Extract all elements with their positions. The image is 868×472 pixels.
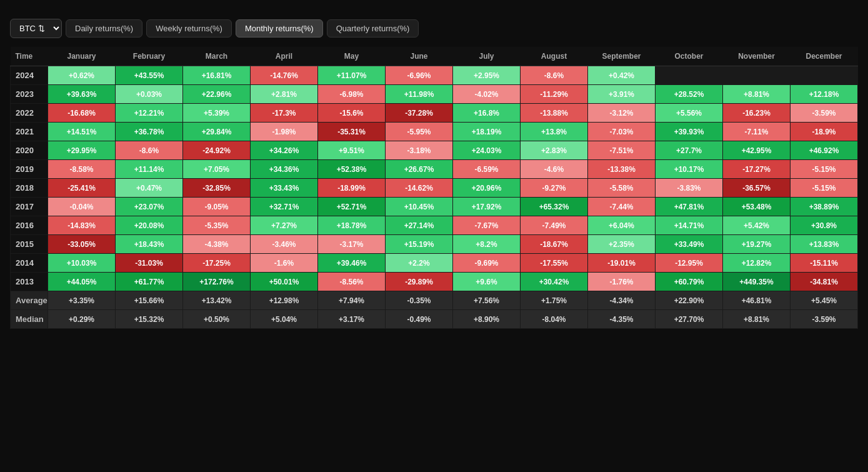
value-cell: +5.39% <box>183 104 251 123</box>
value-cell: -3.12% <box>588 104 656 123</box>
value-cell: +10.03% <box>48 254 116 273</box>
value-cell: +26.67% <box>386 160 453 179</box>
year-cell: 2024 <box>11 66 48 85</box>
value-cell: -32.85% <box>183 179 251 198</box>
median-cell: +15.32% <box>116 310 183 329</box>
value-cell: +5.56% <box>656 104 723 123</box>
value-cell: +39.46% <box>318 254 386 273</box>
year-cell: 2023 <box>11 85 48 104</box>
value-cell: +2.35% <box>588 235 656 254</box>
value-cell: +18.43% <box>116 235 183 254</box>
value-cell: -8.6% <box>521 66 588 85</box>
year-cell: 2013 <box>11 273 48 291</box>
value-cell: -7.67% <box>453 216 521 235</box>
value-cell: -8.6% <box>116 141 183 160</box>
value-cell: +7.05% <box>183 160 251 179</box>
value-cell: +33.49% <box>656 235 723 254</box>
value-cell: -25.41% <box>48 179 116 198</box>
value-cell: -3.83% <box>656 179 723 198</box>
tab-daily[interactable]: Daily returns(%) <box>66 19 142 38</box>
value-cell: -6.96% <box>386 66 453 85</box>
value-cell: +0.42% <box>588 66 656 85</box>
value-cell: -19.01% <box>588 254 656 273</box>
value-cell: -14.76% <box>251 66 318 85</box>
value-cell: +24.03% <box>453 141 521 160</box>
year-cell: 2015 <box>11 235 48 254</box>
value-cell: -1.76% <box>588 273 656 291</box>
average-cell: +5.45% <box>791 291 858 310</box>
value-cell: -8.58% <box>48 160 116 179</box>
value-cell: -17.55% <box>521 254 588 273</box>
year-cell: 2017 <box>11 198 48 216</box>
average-cell: +15.66% <box>116 291 183 310</box>
value-cell: -1.98% <box>251 123 318 141</box>
value-cell: -1.6% <box>251 254 318 273</box>
value-cell: -4.6% <box>521 160 588 179</box>
value-cell: +20.08% <box>116 216 183 235</box>
median-row: Median+0.29%+15.32%+0.50%+5.04%+3.17%-0.… <box>11 310 858 329</box>
year-cell: 2019 <box>11 160 48 179</box>
value-cell: -9.69% <box>453 254 521 273</box>
value-cell: +0.03% <box>116 85 183 104</box>
table-row: 2017-0.04%+23.07%-9.05%+32.71%+52.71%+10… <box>11 198 858 216</box>
value-cell: +60.79% <box>656 273 723 291</box>
value-cell: -3.18% <box>386 141 453 160</box>
value-cell: -13.38% <box>588 160 656 179</box>
value-cell: +7.27% <box>251 216 318 235</box>
col-time: Time <box>11 47 48 66</box>
value-cell: +39.93% <box>656 123 723 141</box>
table-row: 2013+44.05%+61.77%+172.76%+50.01%-8.56%-… <box>11 273 858 291</box>
value-cell: -17.25% <box>183 254 251 273</box>
median-cell: +3.17% <box>318 310 386 329</box>
value-cell: +19.27% <box>723 235 791 254</box>
value-cell: -37.28% <box>386 104 453 123</box>
median-cell: +0.29% <box>48 310 116 329</box>
value-cell: +0.62% <box>48 66 116 85</box>
table-row: 2016-14.83%+20.08%-5.35%+7.27%+18.78%+27… <box>11 216 858 235</box>
table-row: 2015-33.05%+18.43%-4.38%-3.46%-3.17%+15.… <box>11 235 858 254</box>
value-cell: -15.6% <box>318 104 386 123</box>
median-cell: -4.35% <box>588 310 656 329</box>
value-cell: +29.84% <box>183 123 251 141</box>
tab-monthly[interactable]: Monthly returns(%) <box>236 19 323 38</box>
value-cell: +11.14% <box>116 160 183 179</box>
tab-weekly[interactable]: Weekly returns(%) <box>146 19 232 38</box>
value-cell: -17.27% <box>723 160 791 179</box>
year-cell: 2021 <box>11 123 48 141</box>
value-cell: +47.81% <box>656 198 723 216</box>
value-cell: -29.89% <box>386 273 453 291</box>
table-row: 2020+29.95%-8.6%-24.92%+34.26%+9.51%-3.1… <box>11 141 858 160</box>
col-feb: February <box>116 47 183 66</box>
value-cell: +0.47% <box>116 179 183 198</box>
table-row: 2019-8.58%+11.14%+7.05%+34.36%+52.38%+26… <box>11 160 858 179</box>
value-cell: -18.9% <box>791 123 858 141</box>
asset-selector[interactable]: BTC ⇅ <box>10 19 62 38</box>
col-apr: April <box>251 47 318 66</box>
value-cell: +5.42% <box>723 216 791 235</box>
average-cell: +7.94% <box>318 291 386 310</box>
value-cell: +10.45% <box>386 198 453 216</box>
value-cell: -8.56% <box>318 273 386 291</box>
value-cell: +10.17% <box>656 160 723 179</box>
value-cell: +14.51% <box>48 123 116 141</box>
value-cell: +52.38% <box>318 160 386 179</box>
average-cell: +12.98% <box>251 291 318 310</box>
value-cell: -6.98% <box>318 85 386 104</box>
average-cell: -0.35% <box>386 291 453 310</box>
average-cell: +3.35% <box>48 291 116 310</box>
value-cell: +11.98% <box>386 85 453 104</box>
value-cell: -5.15% <box>791 160 858 179</box>
value-cell: +32.71% <box>251 198 318 216</box>
value-cell: +30.8% <box>791 216 858 235</box>
col-oct: October <box>656 47 723 66</box>
col-mar: March <box>183 47 251 66</box>
average-label: Average <box>11 291 48 310</box>
value-cell: -7.49% <box>521 216 588 235</box>
value-cell: +46.92% <box>791 141 858 160</box>
year-cell: 2018 <box>11 179 48 198</box>
value-cell: +16.8% <box>453 104 521 123</box>
value-cell: -3.17% <box>318 235 386 254</box>
median-cell: +8.90% <box>453 310 521 329</box>
tab-quarterly[interactable]: Quarterly returns(%) <box>327 19 419 38</box>
value-cell: +33.43% <box>251 179 318 198</box>
